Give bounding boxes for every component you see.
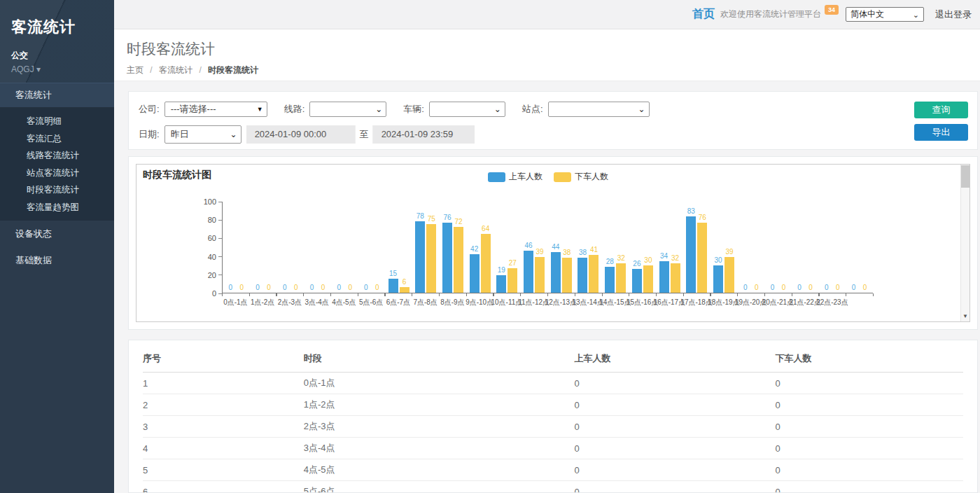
table-cell: 0 — [776, 416, 963, 438]
org-label: 公交 — [11, 50, 104, 62]
line-select[interactable]: ⌄ — [309, 102, 386, 117]
bar[interactable] — [616, 263, 626, 293]
bar[interactable] — [415, 221, 425, 293]
user-dropdown[interactable]: AQGJ ▾ — [11, 64, 104, 74]
bar[interactable] — [454, 227, 463, 293]
sidebar-item-line-stats[interactable]: 线路客流统计 — [0, 147, 114, 165]
bar-column: 0 — [833, 284, 843, 293]
bar[interactable] — [496, 275, 506, 293]
bar-value-label: 0 — [808, 284, 813, 291]
vehicle-select[interactable]: ⌄ — [429, 102, 505, 117]
bar-column: 0 — [767, 284, 777, 293]
bar-column: 0 — [334, 284, 344, 293]
bar[interactable] — [524, 251, 533, 293]
company-select[interactable]: ---请选择--- ▼ — [164, 102, 267, 117]
breadcrumb-section[interactable]: 客流统计 — [159, 65, 192, 75]
table-cell: 0 — [574, 416, 775, 438]
bar[interactable] — [535, 257, 545, 293]
sidebar-item-device-status[interactable]: 设备状态 — [0, 221, 114, 247]
bar-group: 7672 — [440, 202, 467, 293]
bar[interactable] — [562, 258, 572, 293]
x-axis-label: 11点-12点 — [520, 298, 547, 307]
bar-value-label: 39 — [725, 248, 733, 256]
bar[interactable] — [400, 287, 410, 293]
bar-value-label: 75 — [428, 215, 435, 223]
bar[interactable] — [632, 269, 642, 293]
x-axis-label: 3点-4点 — [303, 298, 330, 307]
bar-column: 83 — [686, 207, 696, 293]
table-cell: 0 — [776, 459, 963, 481]
scrollbar-thumb[interactable] — [961, 165, 969, 188]
notification-badge[interactable]: 34 — [825, 5, 839, 15]
bar-group: 4438 — [547, 202, 575, 293]
bar[interactable] — [578, 258, 587, 293]
bar[interactable] — [442, 223, 452, 293]
language-select[interactable]: 简体中文 ⌄ — [846, 7, 924, 22]
query-button[interactable]: 查询 — [914, 102, 968, 118]
bar-value-label: 0 — [348, 284, 352, 291]
sidebar: 客流统计 公交 AQGJ ▾ 客流统计 客流明细 客流汇总 线路客流统计 站点客… — [0, 0, 114, 493]
table-cell: 0 — [574, 481, 775, 493]
bar[interactable] — [481, 234, 491, 293]
scrollbar-down-arrow[interactable]: ▼ — [961, 312, 969, 321]
bar[interactable] — [589, 255, 598, 293]
bar[interactable] — [713, 265, 723, 293]
chart-legend: 上车人数下车人数 — [136, 171, 960, 183]
bar[interactable] — [659, 261, 669, 293]
bar[interactable] — [470, 254, 479, 293]
bar-value-label: 0 — [283, 284, 287, 291]
bar[interactable] — [605, 267, 615, 293]
bar-column: 32 — [671, 254, 680, 293]
station-select[interactable]: ⌄ — [548, 102, 650, 117]
x-axis-label: 5点-6点 — [358, 298, 385, 307]
chart-y-axis: 020406080100 — [136, 165, 222, 321]
bar[interactable] — [686, 216, 696, 293]
bar[interactable] — [643, 265, 653, 293]
date-start-input[interactable]: 2024-01-09 00:00 — [246, 125, 355, 144]
bar-column: 19 — [496, 266, 506, 293]
bar-group: 2630 — [629, 202, 657, 293]
export-button[interactable]: 导出 — [914, 124, 968, 141]
bar-value-label: 0 — [229, 284, 233, 291]
bar-column: 38 — [578, 249, 587, 293]
legend-swatch-icon — [488, 172, 505, 182]
sidebar-item-base-data[interactable]: 基础数据 — [0, 247, 114, 274]
home-link[interactable]: 首页 — [692, 7, 715, 22]
bar[interactable] — [426, 224, 436, 293]
legend-label: 上车人数 — [509, 171, 542, 183]
bar-column: 0 — [225, 284, 235, 293]
date-preset-select[interactable]: 昨日 ⌄ — [164, 125, 241, 144]
logout-link[interactable]: 退出登录 — [935, 8, 972, 21]
breadcrumb-separator: / — [199, 65, 201, 75]
date-preset-value: 昨日 — [171, 128, 189, 141]
sidebar-item-passenger-summary[interactable]: 客流汇总 — [0, 130, 114, 148]
breadcrumb-home[interactable]: 主页 — [127, 65, 144, 75]
x-axis-label: 7点-8点 — [412, 298, 439, 307]
chevron-down-icon: ⌄ — [638, 106, 645, 112]
sidebar-item-trend-chart[interactable]: 客流量趋势图 — [0, 199, 114, 216]
sidebar-item-station-stats[interactable]: 站点客流统计 — [0, 165, 114, 182]
bar[interactable] — [388, 279, 398, 293]
bar[interactable] — [697, 223, 707, 293]
sidebar-item-passenger-detail[interactable]: 客流明细 — [0, 113, 114, 130]
bar[interactable] — [671, 263, 680, 293]
bar-value-label: 38 — [563, 249, 570, 256]
bar-column: 78 — [415, 212, 425, 293]
bar-column: 39 — [724, 248, 734, 293]
bar-value-label: 0 — [321, 284, 326, 291]
legend-item[interactable]: 下车人数 — [554, 171, 608, 183]
legend-item[interactable]: 上车人数 — [488, 171, 542, 183]
bar-column: 0 — [752, 284, 762, 293]
chart-vertical-scrollbar[interactable]: ▼ — [960, 165, 969, 321]
date-end-input[interactable]: 2024-01-09 23:59 — [373, 125, 475, 144]
bar[interactable] — [551, 252, 561, 293]
bar-group: 4639 — [521, 202, 548, 293]
bar[interactable] — [724, 257, 734, 293]
x-axis-label: 20点-21点 — [764, 298, 792, 307]
bar-column: 0 — [253, 284, 262, 293]
bar[interactable] — [507, 268, 517, 293]
sidebar-item-timeslot-stats[interactable]: 时段客流统计 — [0, 181, 114, 199]
x-axis-label: 19点-20点 — [737, 298, 764, 307]
sidebar-section-passenger-stats[interactable]: 客流统计 — [0, 83, 114, 108]
bar-value-label: 32 — [617, 254, 625, 262]
